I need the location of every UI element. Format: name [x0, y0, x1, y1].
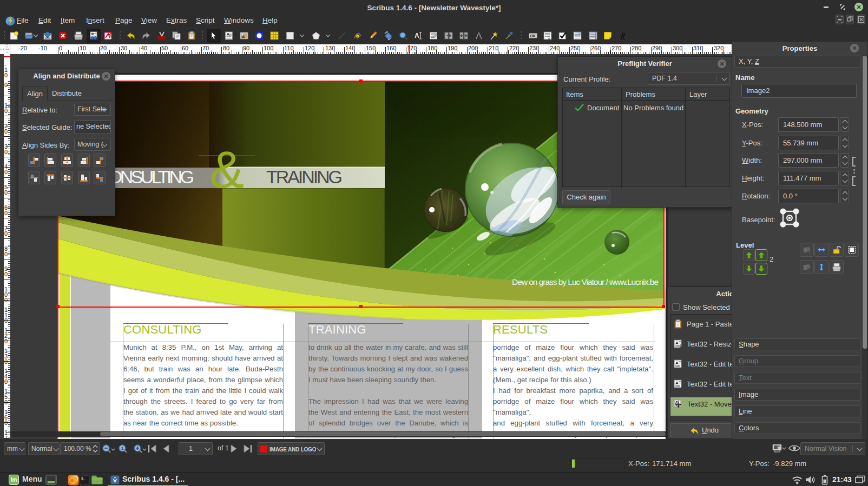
svg-text:Dew on grass by Luc Viatour /: Dew on grass by Luc Viatour / www.Lucnix… [512, 277, 659, 287]
svg-text:A: A [675, 381, 679, 385]
svg-text:A: A [675, 341, 679, 345]
svg-text:A: A [415, 32, 419, 39]
svg-text:A: A [675, 361, 679, 365]
svg-text:OK: OK [530, 34, 536, 38]
svg-text:TRAINING: TRAINING [266, 167, 343, 187]
svg-text:$-: $- [81, 477, 85, 481]
svg-text:1: 1 [121, 446, 124, 451]
svg-text:&: & [209, 141, 244, 198]
svg-text:A: A [227, 32, 230, 37]
